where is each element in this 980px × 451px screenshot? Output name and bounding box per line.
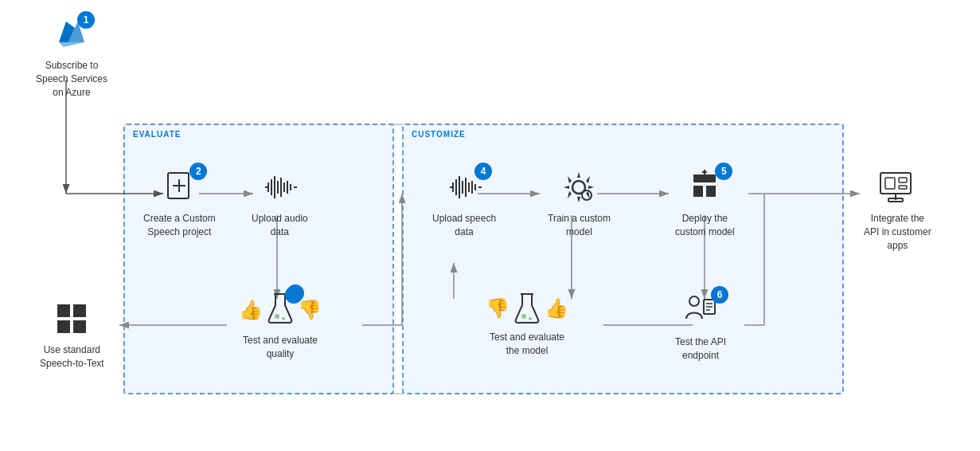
test-evaluate-label: Test and evaluatequality [243, 334, 318, 361]
svg-point-52 [582, 190, 592, 200]
diagram-container: CUSTOM SPEECH EVALUATE CUSTOMIZE [0, 0, 980, 451]
svg-rect-70 [899, 178, 907, 182]
create-project-icon: 2 [159, 167, 199, 207]
train-model-node: Train a custommodel [548, 167, 611, 239]
integrate-api-label: Integrate theAPI in customerapps [864, 212, 931, 252]
customize-box: CUSTOMIZE [402, 124, 844, 394]
integrate-api-node: Integrate theAPI in customerapps [864, 167, 931, 252]
azure-node: 1 Subscribe toSpeech Serviceson Azure [36, 14, 107, 99]
svg-rect-69 [885, 178, 895, 189]
svg-rect-40 [73, 320, 86, 333]
badge-6: 6 [711, 286, 728, 304]
thumbs-up-2-icon: 👍 [545, 297, 568, 320]
svg-rect-37 [57, 304, 70, 317]
test-evaluate-node: 👍 3 👎 Test and evaluatequality [239, 291, 322, 361]
svg-point-61 [689, 296, 699, 306]
svg-marker-20 [59, 42, 84, 47]
test-api-label: Test the APIendpoint [675, 335, 726, 363]
badge-2: 2 [189, 163, 207, 180]
upload-audio-node: Upload audiodata [252, 167, 308, 239]
flask-icon: 3 [266, 291, 295, 329]
test-evaluate-icons: 👍 3 👎 [239, 291, 322, 329]
badge-1: 1 [77, 11, 95, 29]
train-model-icon [559, 167, 599, 207]
standard-stt-node: Use standardSpeech-to-Text [40, 299, 104, 371]
deploy-model-label: Deploy thecustom model [675, 212, 735, 239]
badge-4: 4 [474, 163, 492, 180]
badge-5: 5 [715, 163, 732, 180]
customize-label: CUSTOMIZE [412, 130, 466, 139]
test-api-icon: 6 [681, 291, 720, 331]
test-model-icons: 👎 👍 [486, 291, 568, 326]
deploy-model-node: 5 Deploy thecustom model [675, 167, 735, 239]
svg-rect-55 [693, 175, 716, 182]
svg-rect-38 [73, 304, 86, 317]
azure-label: Subscribe toSpeech Serviceson Azure [36, 59, 107, 99]
upload-speech-node: 4 Upload speechdata [432, 167, 496, 239]
svg-marker-57 [701, 170, 708, 173]
integrate-api-icon [877, 167, 917, 207]
test-model-label: Test and evaluatethe model [490, 331, 564, 358]
svg-point-60 [529, 317, 532, 320]
deploy-model-icon: 5 [685, 167, 724, 207]
thumbs-up-icon: 👍 [239, 299, 263, 321]
create-project-label: Create a CustomSpeech project [143, 212, 216, 239]
thumbs-down-icon: 👎 [298, 299, 322, 321]
azure-icon: 1 [52, 14, 92, 54]
upload-speech-icon: 4 [444, 167, 484, 207]
test-model-node: 👎 👍 Test and evaluatethe model [486, 291, 568, 358]
badge-3 [285, 286, 303, 304]
upload-audio-icon [260, 167, 299, 207]
svg-rect-54 [706, 186, 716, 197]
standard-stt-label: Use standardSpeech-to-Text [40, 343, 104, 371]
svg-point-59 [521, 314, 526, 319]
standard-stt-icon [52, 299, 92, 339]
upload-speech-label: Upload speechdata [432, 212, 496, 239]
svg-point-35 [275, 314, 279, 319]
svg-rect-71 [899, 186, 907, 189]
svg-rect-53 [693, 186, 703, 197]
evaluate-label: EVALUATE [133, 130, 181, 139]
create-project-node: 2 Create a CustomSpeech project [143, 167, 216, 239]
train-model-label: Train a custommodel [548, 212, 611, 239]
test-api-node: 6 Test the APIendpoint [675, 291, 726, 363]
thumbs-down-2-icon: 👎 [486, 297, 510, 320]
svg-point-36 [282, 317, 285, 320]
svg-rect-39 [57, 320, 70, 333]
upload-audio-label: Upload audiodata [252, 212, 308, 239]
